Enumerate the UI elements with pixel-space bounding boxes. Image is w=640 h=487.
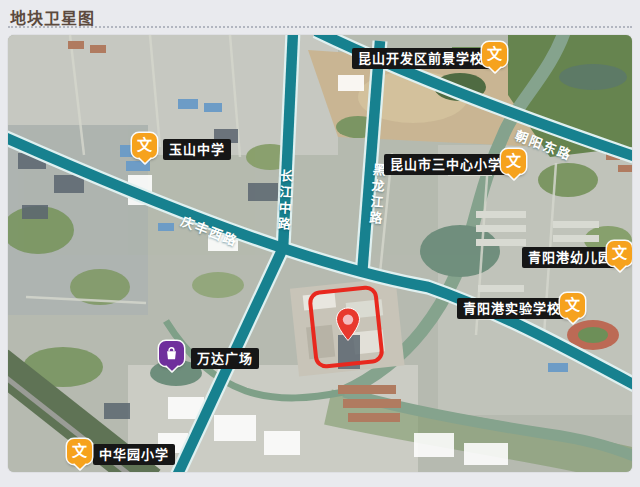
poi-qianjing-school-pin[interactable]: 文	[482, 42, 507, 67]
poi-qingyanggang-kindergarten-label[interactable]: 青阳港幼儿园	[522, 247, 618, 268]
shopping-bag-icon	[164, 346, 179, 361]
school-pin-icon: 文	[137, 138, 152, 153]
poi-third-central-primary-label[interactable]: 昆山市三中心小学	[384, 154, 508, 175]
road-label-changjiang-middle: 长江中路	[273, 169, 295, 234]
school-pin-icon: 文	[72, 444, 87, 459]
poi-zhonghuayuan-primary-label[interactable]: 中华园小学	[93, 444, 175, 465]
poi-yushan-middle-label[interactable]: 玉山中学	[163, 139, 231, 160]
poi-qianjing-school-label[interactable]: 昆山开发区前景学校	[352, 48, 490, 69]
parcel-pin-icon	[335, 307, 361, 343]
poi-qingyanggang-experimental-pin[interactable]: 文	[560, 293, 585, 318]
satellite-map[interactable]: 朝阳东路 长江中路 黑龙江路 庆丰西路 昆山开发区前景学校 文 文 玉山中学 昆…	[8, 35, 632, 472]
school-pin-icon: 文	[506, 154, 521, 169]
poi-qingyanggang-experimental-label[interactable]: 青阳港实验学校	[457, 298, 567, 319]
title-divider	[8, 26, 632, 28]
school-pin-icon: 文	[565, 298, 580, 313]
poi-third-central-primary-pin[interactable]: 文	[501, 149, 526, 174]
poi-qingyanggang-kindergarten-pin[interactable]: 文	[607, 241, 632, 266]
poi-wanda-plaza-pin[interactable]	[159, 341, 184, 366]
poi-wanda-plaza-label[interactable]: 万达广场	[191, 348, 259, 369]
school-pin-icon: 文	[612, 246, 627, 261]
poi-yushan-middle-pin[interactable]: 文	[132, 133, 157, 158]
poi-zhonghuayuan-primary-pin[interactable]: 文	[67, 439, 92, 464]
school-pin-icon: 文	[487, 47, 502, 62]
